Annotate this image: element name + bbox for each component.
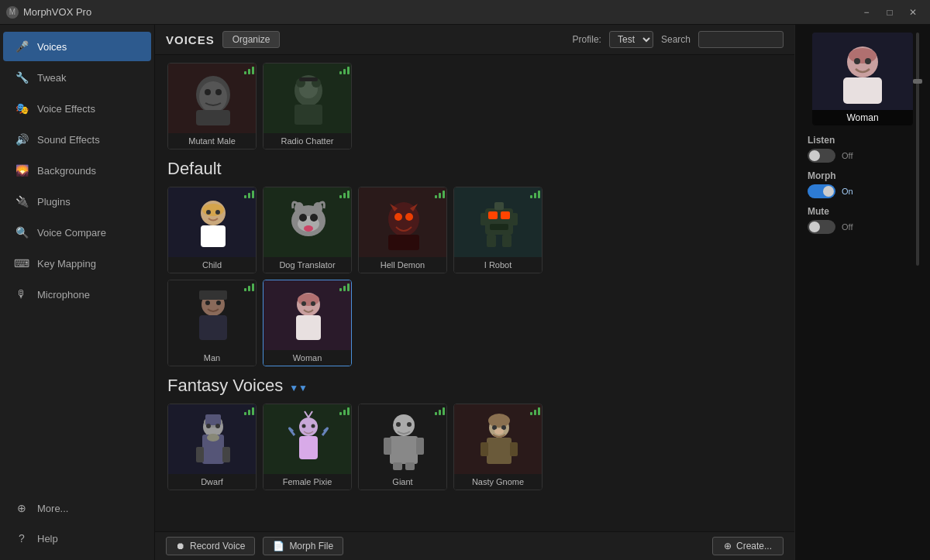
svg-line-59 <box>305 411 308 417</box>
woman-image <box>277 284 339 346</box>
key-mapping-icon: ⌨ <box>14 256 29 271</box>
listen-control: Off <box>808 149 918 163</box>
morph-control: On <box>808 184 918 198</box>
voice-card-child[interactable]: Child <box>167 187 257 273</box>
svg-point-81 <box>865 58 871 64</box>
morph-toggle[interactable] <box>808 184 835 198</box>
svg-rect-58 <box>299 436 318 459</box>
close-button[interactable]: ✕ <box>902 4 924 21</box>
svg-point-79 <box>849 48 877 64</box>
signal-bars <box>244 191 254 198</box>
svg-point-3 <box>215 89 222 95</box>
voice-card-mutant-male[interactable]: Mutant Male <box>167 63 257 149</box>
svg-point-57 <box>311 424 315 428</box>
voice-card-i-robot[interactable]: I Robot <box>453 187 542 273</box>
profile-label: Profile: <box>573 34 601 45</box>
svg-point-38 <box>205 301 210 305</box>
svg-point-1 <box>199 81 227 112</box>
svg-point-44 <box>311 301 315 306</box>
dog-translator-image <box>277 191 339 253</box>
sidebar-item-voices[interactable]: 🎤 Voices <box>3 32 151 61</box>
maximize-button[interactable]: □ <box>879 4 901 21</box>
svg-point-20 <box>304 225 313 232</box>
svg-point-39 <box>216 301 221 305</box>
voice-card-hell-demon[interactable]: Hell Demon <box>358 187 447 273</box>
sidebar-label-help: Help <box>37 533 58 545</box>
minimize-button[interactable]: − <box>856 4 877 21</box>
profile-select[interactable]: Test <box>609 31 653 48</box>
morph-file-button[interactable]: 📄 Morph File <box>263 537 343 555</box>
sidebar-item-plugins[interactable]: 🔌 Plugins <box>3 187 151 216</box>
svg-point-14 <box>215 210 220 215</box>
right-panel: Woman Listen Off Morph On <box>794 25 930 560</box>
sidebar-label-sound-effects: Sound Effects <box>37 134 100 146</box>
sidebar-item-more[interactable]: ⊕ More... <box>3 493 151 523</box>
svg-point-50 <box>215 424 220 428</box>
voice-name-woman: Woman <box>264 350 351 366</box>
svg-point-25 <box>405 213 413 221</box>
default-voices-row2: Man <box>167 280 782 366</box>
sidebar-item-backgrounds[interactable]: 🌄 Backgrounds <box>3 156 151 185</box>
svg-rect-54 <box>222 447 230 462</box>
voice-card-nasty-gnome[interactable]: Nasty Gnome <box>453 404 542 490</box>
giant-image <box>373 408 435 470</box>
create-button[interactable]: ⊕ Create... <box>712 537 784 555</box>
mute-label: Mute <box>808 206 918 217</box>
main-content: VOICES Organize Profile: Test Search <box>155 25 794 560</box>
sidebar-item-key-mapping[interactable]: ⌨ Key Mapping <box>3 249 151 278</box>
sidebar-label-voice-effects: Voice Effects <box>37 103 95 115</box>
sidebar-item-voice-effects[interactable]: 🎭 Voice Effects <box>3 94 151 123</box>
svg-point-22 <box>313 202 322 215</box>
app-title: MorphVOX Pro <box>23 6 91 18</box>
morph-file-label: Morph File <box>289 541 333 551</box>
sidebar-item-help[interactable]: ? Help <box>3 524 151 553</box>
toggle-row: Listen Off Morph On Mute Off <box>801 135 924 234</box>
svg-rect-4 <box>196 110 230 125</box>
svg-rect-40 <box>199 315 227 340</box>
bottom-bar: ⏺ Record Voice 📄 Morph File ⊕ Create... <box>155 531 794 560</box>
svg-line-60 <box>308 411 312 417</box>
sidebar-label-voices: Voices <box>37 41 67 53</box>
voice-card-female-pixie[interactable]: Female Pixie <box>263 404 352 490</box>
titlebar-left: M MorphVOX Pro <box>6 6 91 19</box>
voice-name-radio-chatter: Radio Chatter <box>264 133 351 149</box>
sidebar-item-microphone[interactable]: 🎙 Microphone <box>3 280 151 309</box>
voice-card-radio-chatter[interactable]: Radio Chatter <box>263 63 352 149</box>
signal-bars <box>244 67 254 74</box>
organize-button[interactable]: Organize <box>222 31 281 48</box>
voice-card-woman[interactable]: Woman <box>263 280 352 366</box>
voice-card-dog-translator[interactable]: Dog Translator <box>263 187 352 273</box>
listen-toggle[interactable] <box>808 149 835 163</box>
sidebar-label-backgrounds: Backgrounds <box>37 165 96 177</box>
volume-thumb[interactable] <box>913 79 922 84</box>
voice-name-dwarf: Dwarf <box>168 474 256 490</box>
search-input[interactable] <box>698 31 784 48</box>
svg-rect-82 <box>843 77 882 104</box>
svg-rect-15 <box>201 225 226 247</box>
morph-file-icon: 📄 <box>273 541 284 551</box>
svg-rect-29 <box>501 211 510 219</box>
titlebar-controls: − □ ✕ <box>856 4 924 21</box>
backgrounds-icon: 🌄 <box>14 163 29 178</box>
mutant-male-image <box>182 67 244 129</box>
create-icon: ⊕ <box>724 541 732 551</box>
sidebar-item-sound-effects[interactable]: 🔊 Sound Effects <box>3 125 151 154</box>
mute-toggle[interactable] <box>808 220 835 234</box>
sound-effects-icon: 🔊 <box>14 132 29 147</box>
i-robot-image <box>468 191 530 253</box>
svg-point-70 <box>488 414 510 428</box>
voice-card-dwarf[interactable]: Dwarf <box>167 404 257 490</box>
voice-card-man[interactable]: Man <box>167 280 257 366</box>
voice-name-hell-demon: Hell Demon <box>359 257 446 273</box>
sidebar-label-key-mapping: Key Mapping <box>37 258 96 270</box>
signal-bars <box>339 67 350 74</box>
sidebar-item-tweak[interactable]: 🔧 Tweak <box>3 63 151 92</box>
sidebar-item-voice-compare[interactable]: 🔍 Voice Compare <box>3 218 151 247</box>
svg-rect-37 <box>199 290 227 300</box>
voice-name-giant: Giant <box>359 474 446 490</box>
svg-point-56 <box>301 424 305 428</box>
svg-rect-33 <box>512 213 518 225</box>
volume-slider[interactable] <box>911 33 924 266</box>
voice-card-giant[interactable]: Giant <box>358 404 447 490</box>
record-voice-button[interactable]: ⏺ Record Voice <box>166 537 255 555</box>
